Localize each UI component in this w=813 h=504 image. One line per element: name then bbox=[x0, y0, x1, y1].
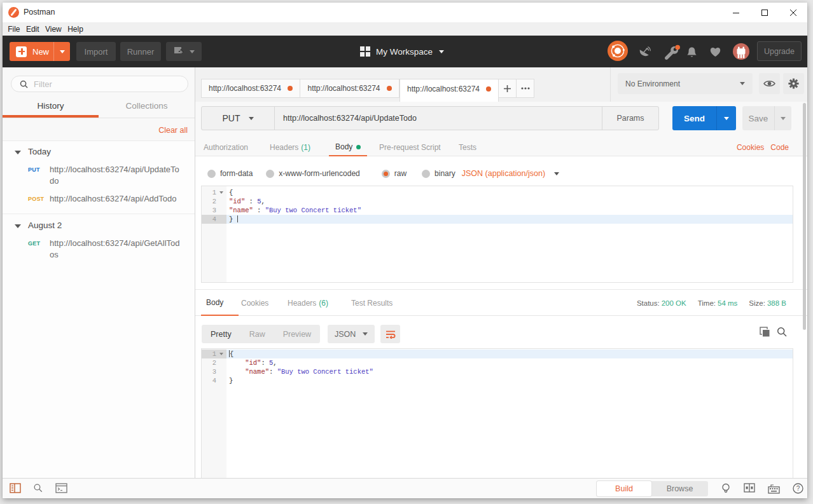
settings-button[interactable] bbox=[664, 46, 676, 58]
environment-quicklook-button[interactable] bbox=[759, 73, 780, 94]
chevron-down-icon bbox=[740, 82, 745, 85]
request-tab-2[interactable]: http://localhost:63274 bbox=[300, 79, 400, 98]
open-new-tab-button[interactable] bbox=[499, 79, 517, 98]
tab-options-button[interactable] bbox=[517, 79, 534, 98]
tab-authorization[interactable]: Authorization bbox=[204, 139, 248, 156]
workspace-window-icon bbox=[174, 46, 184, 57]
tab-response-cookies[interactable]: Cookies bbox=[241, 290, 268, 316]
view-pretty[interactable]: Pretty bbox=[202, 325, 240, 343]
toggle-sidebar-button[interactable] bbox=[10, 483, 21, 496]
fold-caret-icon[interactable] bbox=[219, 353, 223, 355]
code-token: } bbox=[229, 377, 233, 385]
tips-button[interactable] bbox=[721, 483, 730, 497]
filter-box[interactable] bbox=[11, 76, 188, 92]
menu-file[interactable]: File bbox=[5, 25, 24, 34]
minimize-button[interactable] bbox=[721, 3, 750, 22]
new-button-main[interactable]: New bbox=[10, 42, 53, 61]
mode-binary[interactable]: binary bbox=[422, 169, 455, 178]
clear-all-link[interactable]: Clear all bbox=[158, 126, 188, 135]
chevron-down-icon bbox=[724, 117, 729, 120]
new-workspace-button[interactable] bbox=[166, 42, 202, 61]
history-item[interactable]: PUT http://localhost:63274/api/UpdateTod… bbox=[3, 161, 195, 191]
mode-raw[interactable]: raw bbox=[382, 169, 406, 178]
help-button[interactable]: ? bbox=[793, 483, 803, 496]
radio-icon bbox=[266, 170, 274, 178]
environment-selector[interactable]: No Environment bbox=[618, 73, 753, 94]
environment-settings-button[interactable] bbox=[783, 73, 804, 94]
fold-caret-icon[interactable] bbox=[219, 191, 223, 194]
history-group-header[interactable]: Today bbox=[3, 146, 195, 161]
statusbar-search-button[interactable] bbox=[34, 484, 43, 495]
workspace-switcher[interactable]: My Workspace bbox=[360, 36, 444, 67]
word-wrap-icon bbox=[386, 330, 396, 339]
interceptor-button[interactable] bbox=[639, 46, 650, 58]
two-pane-view-button[interactable] bbox=[744, 483, 755, 495]
request-body-editor[interactable]: 1 { 2 "id" : 5, 3 "name" : "Buy two Conc… bbox=[201, 186, 793, 283]
new-dropdown[interactable] bbox=[53, 42, 70, 61]
history-group-header[interactable]: August 2 bbox=[3, 220, 195, 235]
tab-test-results[interactable]: Test Results bbox=[351, 290, 393, 316]
menu-help[interactable]: Help bbox=[64, 25, 86, 34]
upgrade-button[interactable]: Upgrade bbox=[757, 41, 802, 61]
menu-edit[interactable]: Edit bbox=[23, 25, 42, 34]
user-avatar[interactable] bbox=[733, 43, 749, 60]
copy-response-button[interactable] bbox=[760, 327, 770, 340]
maximize-button[interactable] bbox=[750, 3, 779, 22]
tab-history[interactable]: History bbox=[3, 97, 99, 118]
shortcuts-button[interactable] bbox=[768, 483, 780, 496]
tab-headers[interactable]: Headers (1) bbox=[270, 139, 310, 156]
status-value: 200 OK bbox=[662, 299, 686, 307]
favorites-button[interactable] bbox=[709, 46, 721, 58]
menu-view[interactable]: View bbox=[42, 25, 64, 34]
close-button[interactable] bbox=[779, 3, 807, 22]
copy-icon bbox=[760, 327, 770, 337]
window-title: Postman bbox=[24, 8, 55, 17]
build-toggle[interactable]: Build bbox=[597, 481, 651, 496]
response-body-editor[interactable]: 1 { 2 "id": 5, 3 "name": "Buy two Concer… bbox=[201, 348, 793, 478]
mode-form-data[interactable]: form-data bbox=[207, 169, 253, 178]
tab-response-body-active[interactable]: Body bbox=[201, 290, 239, 316]
view-preview[interactable]: Preview bbox=[274, 325, 320, 343]
tab-response-headers[interactable]: Headers (6) bbox=[288, 290, 328, 316]
content-type-selector[interactable]: JSON (application/json) bbox=[462, 169, 559, 178]
code-link[interactable]: Code bbox=[770, 143, 789, 152]
search-response-button[interactable] bbox=[777, 327, 787, 339]
mode-x-www-form-urlencoded[interactable]: x-www-form-urlencoded bbox=[266, 169, 359, 178]
request-tab-3-active[interactable]: http://localhost:63274 bbox=[400, 79, 499, 102]
workspace-name: My Workspace bbox=[376, 47, 433, 57]
tab-prerequest-script[interactable]: Pre-request Script bbox=[379, 139, 441, 156]
new-button[interactable]: New bbox=[10, 42, 70, 61]
tab-collections[interactable]: Collections bbox=[99, 97, 195, 118]
time-value: 54 ms bbox=[718, 299, 737, 307]
chevron-down-icon bbox=[190, 50, 195, 53]
tab-body-active[interactable]: Body bbox=[329, 139, 367, 156]
new-button-label: New bbox=[32, 47, 49, 57]
send-dropdown[interactable] bbox=[716, 106, 736, 130]
wrap-lines-button[interactable] bbox=[380, 325, 400, 343]
save-dropdown[interactable] bbox=[774, 106, 791, 130]
vertical-scrollbar[interactable] bbox=[803, 103, 806, 330]
history-item[interactable]: POST http://localhost:63274/api/AddTodo bbox=[3, 191, 195, 208]
import-button[interactable]: Import bbox=[76, 42, 116, 61]
unsaved-dot-icon bbox=[288, 86, 293, 91]
mode-label: x-www-form-urlencoded bbox=[279, 169, 359, 178]
group-label: Today bbox=[28, 147, 51, 156]
method-selector[interactable]: PUT bbox=[202, 107, 275, 130]
params-button[interactable]: Params bbox=[602, 107, 658, 130]
runner-button[interactable]: Runner bbox=[120, 42, 161, 61]
cookies-link[interactable]: Cookies bbox=[737, 143, 764, 152]
console-button[interactable] bbox=[55, 483, 67, 496]
browse-toggle[interactable]: Browse bbox=[651, 481, 708, 496]
filter-input[interactable] bbox=[34, 79, 161, 89]
response-language-selector[interactable]: JSON bbox=[328, 325, 375, 343]
request-tab-1[interactable]: http://localhost:63274 bbox=[201, 79, 300, 98]
save-button[interactable]: Save bbox=[742, 106, 791, 130]
url-input[interactable]: http://localhost:63274/api/UpdateTodo bbox=[275, 107, 602, 130]
notifications-button[interactable] bbox=[686, 46, 698, 58]
send-button[interactable]: Send bbox=[672, 106, 736, 130]
sync-status-button[interactable] bbox=[608, 41, 628, 61]
code-token: "Buy two Concert ticket" bbox=[265, 207, 361, 214]
tab-tests[interactable]: Tests bbox=[459, 139, 476, 156]
view-raw[interactable]: Raw bbox=[240, 325, 274, 343]
history-item[interactable]: GET http://localhost:63274/api/GetAllTod… bbox=[3, 235, 195, 264]
